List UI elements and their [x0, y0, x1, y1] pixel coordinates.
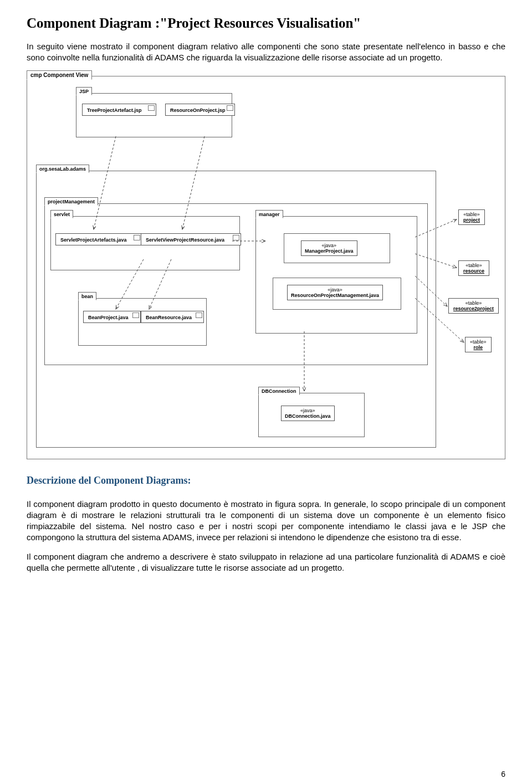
comp-resourceonproject-jsp: ResourceOnProject.jsp: [165, 104, 235, 116]
table-project-name: project: [463, 217, 480, 223]
diagram-tab: cmp Component View: [27, 70, 92, 80]
comp-managerproject-wrap: «java» ManagerProject.java: [284, 233, 390, 263]
comp-beanproject: BeanProject.java: [83, 311, 141, 323]
stereo-java: «java»: [291, 287, 379, 293]
pkg-servlet-label: servlet: [50, 210, 73, 218]
table-project: «table» project: [458, 209, 485, 225]
pkg-dbc-label: DBConnection: [258, 387, 300, 395]
class-resourcemgmt: «java» ResourceOnProjectManagement.java: [287, 285, 383, 300]
pkg-manager-label: manager: [255, 210, 283, 218]
pkg-dbconnection: DBConnection «java» DBConnection.java: [258, 393, 365, 437]
class-dbc-name: DBConnection.java: [285, 413, 331, 419]
table-role: «table» role: [465, 337, 492, 352]
page-title: Component Diagram :"Project Resources Vi…: [27, 16, 505, 31]
table-r2p-name: resource2project: [453, 306, 494, 311]
pkg-adams: org.sesaLab.adams projectManagement serv…: [36, 171, 436, 448]
table-resource: «table» resource: [458, 260, 489, 276]
comp-servlet-artefacts: ServletProjectArtefacts.java: [55, 233, 142, 245]
pkg-projectmanagement: projectManagement servlet ServletProject…: [44, 203, 428, 365]
stereo-table: «table»: [470, 339, 487, 345]
body-paragraph-2: Il component diagram che andremo a descr…: [27, 551, 505, 574]
pkg-servlet: servlet ServletProjectArtefacts.java Ser…: [50, 216, 240, 270]
pkg-pm-label: projectManagement: [44, 197, 98, 206]
comp-tree-jsp: TreeProjectArtefact.jsp: [82, 104, 156, 116]
section-heading: Descrizione del Component Diagrams:: [27, 475, 505, 486]
class-dbconnection: «java» DBConnection.java: [281, 406, 335, 421]
stereo-java: «java»: [285, 408, 331, 413]
page-number: 6: [501, 770, 505, 778]
class-resourcemgmt-name: ResourceOnProjectManagement.java: [291, 293, 379, 298]
comp-beanresource: BeanResource.java: [141, 311, 204, 323]
pkg-bean: bean BeanProject.java BeanResource.java: [78, 298, 207, 346]
class-managerproject-name: ManagerProject.java: [305, 248, 354, 254]
table-resource-name: resource: [463, 268, 484, 274]
comp-servlet-viewresource: ServletViewProjectResource.java: [141, 233, 241, 245]
component-diagram: cmp Component View JSP TreeProjectArtefa…: [27, 76, 505, 459]
pkg-manager: manager «java» ManagerProject.java «java…: [255, 216, 417, 334]
pkg-jsp-label: JSP: [76, 87, 92, 95]
intro-paragraph: In seguito viene mostrato il component d…: [27, 41, 505, 64]
stereo-table: «table»: [463, 212, 480, 217]
stereo-java: «java»: [305, 243, 354, 248]
table-resource2project: «table» resource2project: [448, 298, 499, 314]
comp-resourcemgmt-wrap: «java» ResourceOnProjectManagement.java: [273, 278, 401, 310]
pkg-adams-label: org.sesaLab.adams: [36, 165, 89, 173]
pkg-jsp: JSP TreeProjectArtefact.jsp ResourceOnPr…: [76, 93, 232, 137]
class-managerproject: «java» ManagerProject.java: [301, 240, 357, 256]
table-role-name: role: [470, 345, 487, 350]
stereo-table: «table»: [453, 300, 494, 306]
body-paragraph-1: Il component diagram prodotto in questo …: [27, 499, 505, 544]
pkg-bean-label: bean: [78, 292, 96, 300]
stereo-table: «table»: [463, 263, 484, 268]
